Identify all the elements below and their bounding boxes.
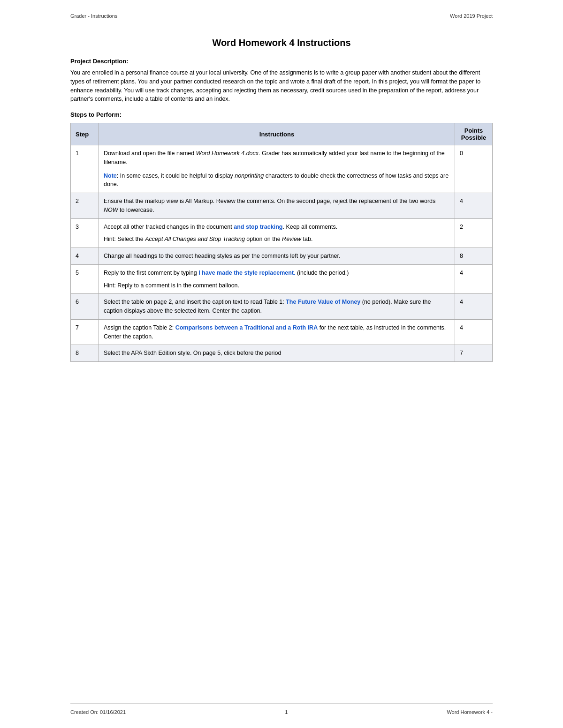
step-points: 7 [455,345,493,362]
instructions-table: Step Instructions Points Possible 1 Down… [70,123,493,362]
step-instructions: Change all headings to the correct headi… [99,248,455,265]
step-number: 6 [71,294,99,320]
now-italic: NOW [104,207,118,213]
stop-tracking-link: and stop tracking [234,224,282,230]
step-points: 8 [455,248,493,265]
step7-text: Assign the caption Table 2: Comparisons … [104,323,450,341]
step-number: 4 [71,248,99,265]
header-left: Grader - Instructions [70,13,117,19]
header-right: Word 2019 Project [450,13,493,19]
step-number: 3 [71,218,99,248]
step-points: 4 [455,264,493,294]
step5-hint: Hint: Reply to a comment is in the comme… [104,281,450,290]
review-italic: Review [282,236,301,242]
note-label: Note [104,173,117,179]
step-number: 2 [71,193,99,219]
nonprinting-italic: nonprinting [235,173,264,179]
step-instructions: Select the APA Sixth Edition style. On p… [99,345,455,362]
step-instructions: Select the table on page 2, and insert t… [99,294,455,320]
accept-all-italic: Accept All Changes and Stop Tracking [145,236,245,242]
table-row: 6 Select the table on page 2, and insert… [71,294,493,320]
step-number: 8 [71,345,99,362]
step-points: 4 [455,319,493,345]
step-points: 2 [455,218,493,248]
project-description: You are enrolled in a personal finance c… [70,68,493,104]
filename-italic: Word Homework 4.docx [196,150,259,157]
comparisons-link: Comparisons between a Traditional and a … [175,324,318,331]
step3-hint: Hint: Select the Accept All Changes and … [104,235,450,244]
col-header-step: Step [71,123,99,145]
table-row: 7 Assign the caption Table 2: Comparison… [71,319,493,345]
main-title: Word Homework 4 Instructions [70,38,493,48]
table-row: 1 Download and open the file named Word … [71,145,493,193]
step1-text: Download and open the file named Word Ho… [104,149,450,167]
style-replacement-link: I have made the style replacement. [198,270,295,276]
step6-text: Select the table on page 2, and insert t… [104,298,450,315]
step3-text: Accept all other tracked changes in the … [104,223,450,232]
step-points: 0 [455,145,493,193]
col-header-points: Points Possible [455,123,493,145]
project-description-heading: Project Description: [70,58,493,65]
future-value-link: The Future Value of Money [286,299,360,305]
header-bar: Grader - Instructions Word 2019 Project [70,9,493,26]
step-number: 5 [71,264,99,294]
step-instructions: Assign the caption Table 2: Comparisons … [99,319,455,345]
steps-heading: Steps to Perform: [70,111,493,118]
table-header-row: Step Instructions Points Possible [71,123,493,145]
step4-text: Change all headings to the correct headi… [104,252,450,261]
table-row: 2 Ensure that the markup view is All Mar… [71,193,493,219]
table-row: 3 Accept all other tracked changes in th… [71,218,493,248]
step-number: 1 [71,145,99,193]
step-points: 4 [455,193,493,219]
table-row: 5 Reply to the first comment by typing I… [71,264,493,294]
step-number: 7 [71,319,99,345]
step-instructions: Accept all other tracked changes in the … [99,218,455,248]
footer-right: Word Homework 4 - [447,709,493,715]
step-instructions: Reply to the first comment by typing I h… [99,264,455,294]
footer-bar: Created On: 01/16/2021 1 Word Homework 4… [70,703,493,719]
table-row: 4 Change all headings to the correct hea… [71,248,493,265]
footer-left: Created On: 01/16/2021 [70,709,126,715]
step8-text: Select the APA Sixth Edition style. On p… [104,349,450,358]
step2-text: Ensure that the markup view is All Marku… [104,197,450,215]
table-row: 8 Select the APA Sixth Edition style. On… [71,345,493,362]
step1-note: Note: In some cases, it could be helpful… [104,172,450,189]
step-instructions: Download and open the file named Word Ho… [99,145,455,193]
step5-text: Reply to the first comment by typing I h… [104,269,450,278]
step-instructions: Ensure that the markup view is All Marku… [99,193,455,219]
col-header-instructions: Instructions [99,123,455,145]
footer-center: 1 [285,709,288,715]
step-points: 4 [455,294,493,320]
